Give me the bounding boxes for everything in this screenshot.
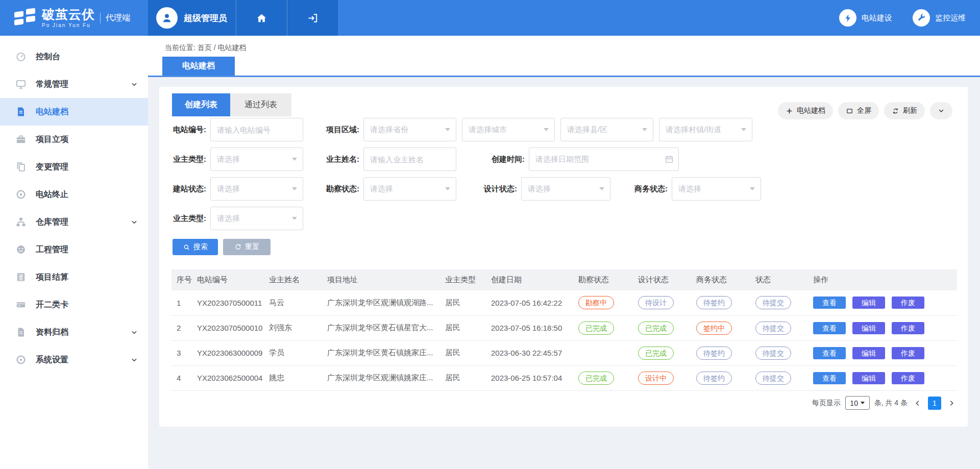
void-row-button[interactable]: 作废: [892, 347, 924, 359]
prev-page-button[interactable]: [912, 398, 923, 409]
edit-row-button[interactable]: 编辑: [852, 372, 885, 384]
logout-button[interactable]: [287, 0, 338, 36]
view-row-button[interactable]: 查看: [813, 322, 846, 334]
search-button[interactable]: 搜索: [173, 239, 218, 255]
lightning-icon: [839, 9, 856, 27]
sidebar-item-label: 电站建档: [36, 107, 68, 117]
filter-select-8-0[interactable]: 请选择: [672, 177, 761, 201]
fullscreen-button[interactable]: 全屏: [838, 102, 879, 119]
chevron-down-icon: [131, 329, 138, 336]
target-icon: [15, 189, 27, 200]
filter-label: 建站状态:: [172, 184, 206, 194]
column-header: 状态: [752, 269, 810, 290]
chevron-down-icon: [741, 128, 746, 131]
username: 超级管理员: [184, 12, 227, 24]
status-pill: 待设计: [638, 296, 674, 309]
tab-create-list[interactable]: 创建列表: [172, 93, 230, 116]
column-header: 业主类型: [442, 269, 488, 290]
owner-name: 马云: [266, 290, 324, 315]
page-tab-station-archive[interactable]: 电站建档: [162, 57, 235, 76]
filter-select-9-0[interactable]: 请选择: [210, 207, 303, 230]
status-pill: 待签约: [696, 296, 732, 309]
page-size-select[interactable]: 10: [845, 396, 870, 410]
nav-monitoring-ops[interactable]: 监控运维: [913, 9, 966, 27]
filter-select-5-0[interactable]: 请选择: [210, 177, 303, 201]
filter-daterange-4[interactable]: 请选择日期范围: [529, 147, 679, 171]
dashboard-icon: [15, 51, 27, 62]
tab-passed-list[interactable]: 通过列表: [230, 93, 291, 116]
sidebar-item-2[interactable]: 电站建档: [0, 98, 148, 126]
breadcrumb: 当前位置: 首页 / 电站建档: [165, 43, 246, 53]
column-header: 业主姓名: [266, 269, 324, 290]
owner-name: 姚忠: [266, 365, 324, 390]
nav-station-construction[interactable]: 电站建设: [839, 9, 892, 27]
edit-row-button[interactable]: 编辑: [852, 297, 885, 309]
table-header-row: 序号电站编号业主姓名项目地址业主类型创建日期勘察状态设计状态商务状态状态操作: [172, 269, 957, 290]
status-pill: 待提交: [755, 372, 791, 385]
filter-select-1-0[interactable]: 请选择省份: [363, 118, 456, 141]
view-row-button[interactable]: 查看: [813, 372, 846, 384]
chevron-down-icon: [861, 402, 865, 404]
settings-icon: [15, 354, 27, 365]
logout-icon: [307, 12, 318, 24]
sidebar-item-6[interactable]: 仓库管理: [0, 208, 148, 236]
filter-input-3-0[interactable]: [363, 147, 456, 171]
status-pill: 待提交: [755, 347, 791, 360]
sidebar-item-11[interactable]: 系统设置: [0, 346, 148, 374]
collapse-toolbar-button[interactable]: [930, 102, 952, 119]
sidebar-item-5[interactable]: 电站终止: [0, 181, 148, 208]
user-menu[interactable]: 超级管理员: [148, 0, 236, 36]
void-row-button[interactable]: 作废: [892, 322, 924, 334]
sidebar-item-4[interactable]: 变更管理: [0, 153, 148, 181]
chevron-down-icon: [445, 128, 450, 131]
sidebar-item-label: 开二类卡: [36, 300, 68, 310]
page-number-button[interactable]: 1: [928, 397, 941, 410]
edit-row-button[interactable]: 编辑: [852, 347, 885, 359]
home-button[interactable]: [236, 0, 287, 36]
gauge-icon: [15, 244, 27, 255]
filter-label: 勘察状态:: [325, 184, 359, 194]
void-row-button[interactable]: 作废: [892, 297, 924, 309]
filter-select-1-3[interactable]: 请选择村镇/街道: [659, 118, 752, 141]
station-code: YX2023070500010: [194, 315, 266, 340]
reset-button[interactable]: 重置: [223, 239, 271, 255]
filter-select-1-2[interactable]: 请选择县/区: [560, 118, 653, 141]
column-header: 项目地址: [324, 269, 442, 290]
sidebar-item-3[interactable]: 项目立项: [0, 126, 148, 153]
filter-select-6-0[interactable]: 请选择: [363, 177, 456, 201]
owner-type: 居民: [442, 290, 488, 315]
filter-item-0: 电站编号:: [172, 118, 309, 141]
sidebar-item-9[interactable]: 开二类卡: [0, 291, 148, 318]
chevron-down-icon: [642, 128, 647, 131]
view-row-button[interactable]: 查看: [813, 347, 846, 359]
table-row: 2YX2023070500010刘强东广东深圳龙华区黄石镇星官大...居民202…: [172, 315, 957, 340]
status-pill: 待提交: [755, 322, 791, 335]
filter-item-9: 业主类型:请选择: [172, 207, 309, 230]
sidebar-item-10[interactable]: 资料归档: [0, 318, 148, 346]
sidebar-item-7[interactable]: 工程管理: [0, 236, 148, 263]
next-page-button[interactable]: [946, 398, 957, 409]
view-row-button[interactable]: 查看: [813, 297, 846, 309]
created-date: 2023-07-05 16:18:50: [488, 315, 575, 340]
edit-row-button[interactable]: 编辑: [852, 322, 885, 334]
filter-input-0-0[interactable]: [210, 118, 303, 141]
filter-item-3: 业主姓名:: [325, 147, 462, 171]
create-station-button[interactable]: 电站建档: [778, 102, 833, 119]
filter-select-2-0[interactable]: 请选择: [210, 147, 303, 171]
sitemap-icon: [15, 216, 27, 228]
table-row: 3YX2023063000009学员广东深圳龙华区黄石镇姚家庄...居民2023…: [172, 340, 957, 365]
sidebar-item-1[interactable]: 常规管理: [0, 70, 148, 98]
column-header: 创建日期: [488, 269, 575, 290]
filter-select-1-1[interactable]: 请选择城市: [462, 118, 555, 141]
sidebar-item-8[interactable]: 项目结算: [0, 263, 148, 291]
filter-label: 电站编号:: [172, 125, 206, 135]
owner-name: 学员: [266, 340, 324, 365]
sidebar-item-0[interactable]: 控制台: [0, 43, 148, 70]
pagination: 每页显示 10 条, 共 4 条 1: [812, 396, 957, 410]
user-icon: [160, 11, 174, 24]
refresh-button[interactable]: 刷新: [884, 102, 925, 119]
column-header: 电站编号: [194, 269, 266, 290]
void-row-button[interactable]: 作废: [892, 372, 924, 384]
filter-select-7-0[interactable]: 请选择: [521, 177, 610, 201]
brand-logo-icon: [13, 7, 37, 29]
